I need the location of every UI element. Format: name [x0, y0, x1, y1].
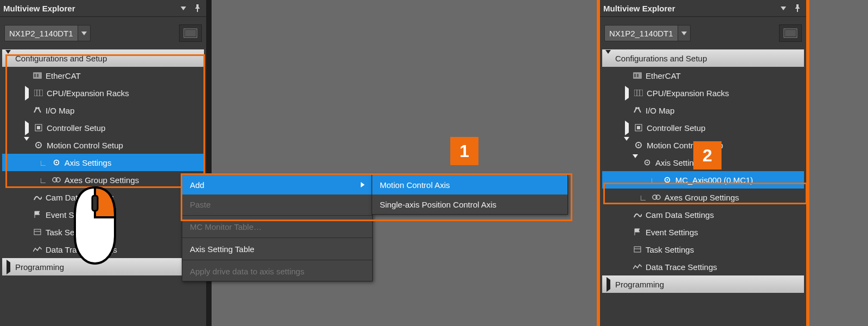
- svg-point-9: [37, 107, 40, 109]
- tree-label: CPU/Expansion Racks: [47, 89, 129, 98]
- tree-item-axis-settings[interactable]: ∟ Axis Settings: [2, 154, 204, 171]
- ctx-item-add[interactable]: Add: [182, 175, 372, 195]
- tree-item-task-settings[interactable]: Task Settings: [602, 241, 804, 258]
- device-image-button[interactable]: [179, 24, 202, 42]
- ctx-item-motion-control-axis[interactable]: Motion Control Axis: [372, 175, 567, 195]
- svg-point-31: [637, 107, 640, 109]
- submenu-arrow-icon: [361, 182, 365, 187]
- svg-point-41: [656, 195, 660, 199]
- device-image-button[interactable]: [779, 24, 802, 42]
- tree-label: I/O Map: [46, 106, 74, 115]
- window-menu-icon[interactable]: [778, 3, 789, 14]
- device-select[interactable]: NX1P2_1140DT1: [604, 25, 691, 41]
- expand-toggle[interactable]: [623, 123, 630, 133]
- annotation-callout-2: 2: [693, 141, 722, 170]
- panel-titlebar[interactable]: Multiview Explorer: [600, 0, 806, 17]
- panel-title: Multiview Explorer: [3, 4, 75, 13]
- tree-item-event-settings[interactable]: Event Settings: [602, 223, 804, 241]
- device-selector-bar: NX1P2_1140DT1: [600, 17, 806, 49]
- controller-icon: [34, 123, 43, 133]
- tree-item-cpu-racks[interactable]: CPU/Expansion Racks: [602, 84, 804, 102]
- ctx-item-apply-drive-data: Apply drive data to axis settings: [182, 261, 372, 281]
- tree-header-programming[interactable]: Programming: [602, 275, 804, 293]
- pin-icon[interactable]: [792, 3, 803, 14]
- tree-label: EtherCAT: [646, 71, 681, 80]
- pin-icon[interactable]: [192, 3, 203, 14]
- expand-toggle[interactable]: [23, 141, 30, 150]
- tree-item-io-map[interactable]: I/O Map: [602, 102, 804, 119]
- svg-point-30: [635, 107, 637, 109]
- tree-item-io-map[interactable]: I/O Map: [2, 102, 204, 119]
- tree-item-mc-axis000[interactable]: ∟ MC_Axis000 (0,MC1): [602, 171, 804, 189]
- tree-label: MC_Axis000 (0,MC1): [675, 175, 753, 185]
- ethercat-icon: [33, 71, 42, 80]
- tree-label: Data Trace Settings: [646, 262, 717, 272]
- gears-icon: [652, 192, 661, 202]
- tree-item-ethercat[interactable]: EtherCAT: [2, 67, 204, 84]
- tree-label: I/O Map: [646, 106, 674, 115]
- gear-icon: [52, 158, 61, 167]
- svg-point-37: [647, 162, 648, 164]
- tree-item-data-trace-settings[interactable]: Data Trace Settings: [602, 258, 804, 275]
- mouse-right-click-icon: [71, 185, 119, 266]
- tree-label: Configurations and Setup: [615, 54, 707, 63]
- svg-rect-26: [637, 74, 639, 77]
- annotation-callout-1: 1: [450, 137, 478, 165]
- svg-rect-18: [34, 229, 41, 235]
- ctx-label: Single-axis Position Control Axis: [380, 200, 496, 209]
- expand-toggle[interactable]: [623, 89, 630, 98]
- svg-rect-25: [634, 74, 636, 77]
- tree-item-axes-group-settings[interactable]: ∟ Axes Group Settings: [602, 189, 804, 206]
- device-select[interactable]: NX1P2_1140DT1: [4, 25, 91, 41]
- tree-label: EtherCAT: [46, 71, 81, 80]
- tree-item-ethercat[interactable]: EtherCAT: [602, 67, 804, 84]
- expand-toggle[interactable]: [4, 262, 12, 272]
- ctx-item-mc-monitor-table: MC Monitor Table…: [182, 217, 372, 236]
- menu-separator: [182, 237, 372, 238]
- expand-toggle[interactable]: [604, 54, 612, 63]
- svg-rect-3: [34, 74, 36, 77]
- gear-icon: [634, 140, 643, 150]
- expand-toggle[interactable]: [23, 89, 30, 98]
- ctx-item-single-axis-position-control-axis[interactable]: Single-axis Position Control Axis: [372, 195, 567, 214]
- svg-point-35: [638, 145, 640, 146]
- expand-toggle[interactable]: [23, 123, 30, 133]
- expand-toggle[interactable]: [631, 158, 639, 167]
- svg-point-15: [55, 162, 57, 164]
- tree-label: Programming: [15, 262, 64, 272]
- tree-label: Axes Group Settings: [665, 193, 739, 202]
- svg-rect-33: [637, 126, 640, 129]
- ethercat-icon: [633, 71, 642, 80]
- rack-icon: [34, 88, 43, 98]
- tree-label: Motion Control Setup: [47, 141, 123, 150]
- chevron-down-icon[interactable]: [678, 26, 690, 41]
- tree-item-controller-setup[interactable]: Controller Setup: [602, 119, 804, 136]
- axis-icon: [662, 175, 672, 185]
- tree-header-configurations[interactable]: Configurations and Setup: [2, 49, 204, 67]
- tree-item-controller-setup[interactable]: Controller Setup: [2, 119, 204, 136]
- ctx-label: Motion Control Axis: [380, 180, 450, 190]
- window-menu-icon[interactable]: [178, 3, 189, 14]
- expand-toggle[interactable]: [4, 54, 12, 63]
- tree-item-cpu-racks[interactable]: CPU/Expansion Racks: [2, 84, 204, 102]
- device-name: NX1P2_1140DT1: [5, 29, 78, 38]
- tree: Configurations and Setup EtherCAT CPU/Ex…: [600, 49, 806, 293]
- tree-label: CPU/Expansion Racks: [647, 89, 729, 98]
- tree-elbow-icon: ∟: [39, 158, 47, 167]
- expand-toggle[interactable]: [604, 280, 612, 289]
- chevron-down-icon[interactable]: [78, 26, 90, 41]
- tree-label: Controller Setup: [647, 123, 705, 133]
- ctx-label: MC Monitor Table…: [190, 222, 261, 231]
- rack-icon: [634, 88, 643, 98]
- cam-icon: [633, 210, 642, 220]
- cam-icon: [33, 192, 42, 202]
- ctx-item-axis-setting-table[interactable]: Axis Setting Table: [182, 239, 372, 259]
- panel-titlebar[interactable]: Multiview Explorer: [0, 0, 206, 17]
- expand-toggle[interactable]: [623, 141, 630, 150]
- controller-icon: [634, 123, 643, 133]
- tree-item-motion-control-setup[interactable]: Motion Control Setup: [2, 136, 204, 154]
- ctx-label: Paste: [190, 200, 210, 209]
- svg-point-17: [56, 178, 60, 182]
- tree-header-configurations[interactable]: Configurations and Setup: [602, 49, 804, 67]
- tree-item-cam-data-settings[interactable]: Cam Data Settings: [602, 206, 804, 223]
